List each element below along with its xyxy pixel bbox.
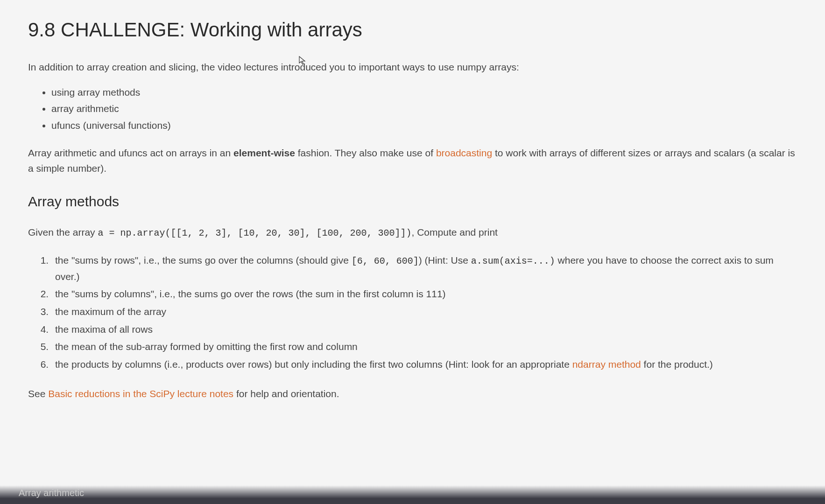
scipy-lecture-link[interactable]: Basic reductions in the SciPy lecture no… [48, 388, 233, 399]
list-item: the "sums by rows", i.e., the sums go ov… [51, 252, 797, 285]
list-item: the "sums by columns", i.e., the sums go… [51, 286, 797, 302]
text-segment: Array arithmetic and ufuncs act on array… [28, 147, 233, 158]
text-segment: Given the array [28, 227, 98, 238]
bold-text: element-wise [233, 147, 295, 158]
text-segment: for help and orientation. [233, 388, 339, 399]
task-list: the "sums by rows", i.e., the sums go ov… [51, 252, 797, 372]
list-item: the mean of the sub-array formed by omit… [51, 339, 797, 355]
code-inline: a.sum(axis=...) [471, 256, 555, 266]
truncated-heading: Array arithmetic [19, 485, 84, 500]
text-segment: , Compute and print [412, 227, 498, 238]
page-title: 9.8 CHALLENGE: Working with arrays [28, 14, 797, 45]
code-inline: a = np.array([[1, 2, 3], [10, 20, 30], [… [98, 228, 411, 238]
text-segment: for the product.) [641, 359, 713, 370]
list-item: array arithmetic [51, 101, 797, 117]
list-item: the maxima of all rows [51, 322, 797, 337]
footer-paragraph: See Basic reductions in the SciPy lectur… [28, 386, 797, 402]
code-inline: [6, 60, 600] [352, 256, 419, 266]
given-array-paragraph: Given the array a = np.array([[1, 2, 3],… [28, 224, 797, 241]
elementwise-paragraph: Array arithmetic and ufuncs act on array… [28, 145, 797, 176]
screen-edge-gradient: Array arithmetic [0, 485, 825, 504]
ndarray-method-link[interactable]: ndarray method [572, 359, 641, 370]
list-item: using array methods [51, 84, 797, 100]
text-segment: fashion. They also make use of [295, 147, 436, 158]
array-methods-heading: Array methods [28, 190, 797, 213]
list-item: the maximum of the array [51, 304, 797, 320]
text-segment: the "sums by rows", i.e., the sums go ov… [55, 255, 352, 266]
text-segment: See [28, 388, 48, 399]
list-item: the products by columns (i.e., products … [51, 357, 797, 372]
text-segment: ) (Hint: Use [419, 255, 471, 266]
intro-bullet-list: using array methods array arithmetic ufu… [51, 84, 797, 133]
text-segment: the products by columns (i.e., products … [55, 359, 572, 370]
list-item: ufuncs (universal functions) [51, 118, 797, 133]
intro-paragraph: In addition to array creation and slicin… [28, 59, 797, 75]
broadcasting-link[interactable]: broadcasting [436, 147, 492, 158]
